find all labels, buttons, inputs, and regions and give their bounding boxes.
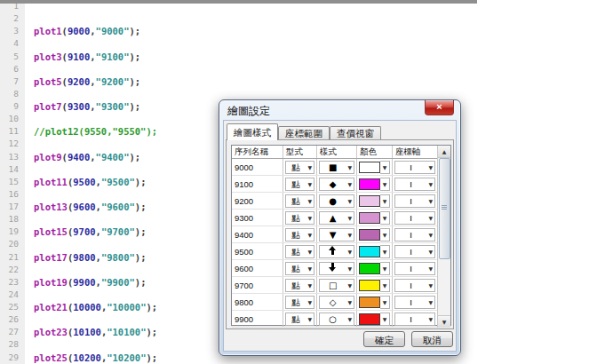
code-text (25, 213, 34, 226)
code-text (25, 163, 34, 176)
color-dropdown-button[interactable]: ▼ (380, 194, 390, 208)
type-select[interactable]: 點▼ (285, 161, 314, 174)
code-line[interactable]: 4 (0, 37, 477, 50)
scrollbar-thumb[interactable] (439, 158, 450, 259)
axis-select[interactable]: I▼ (394, 313, 435, 326)
type-select[interactable]: 點▼ (285, 228, 314, 241)
axis-select[interactable]: I▼ (394, 296, 435, 309)
color-swatch[interactable] (359, 297, 380, 308)
line-number: 14 (0, 163, 25, 176)
axis-select[interactable]: I▼ (394, 262, 435, 275)
dialog-button-row: 確定 取消 (363, 331, 453, 347)
chevron-down-icon: ▼ (383, 265, 387, 272)
table-row: 9800點▼◇▼▼I▼ (232, 294, 437, 311)
color-cell: ▼ (357, 176, 393, 192)
symbol-select[interactable]: ▼ (319, 245, 354, 258)
color-swatch[interactable] (359, 178, 380, 190)
color-dropdown-button[interactable]: ▼ (380, 211, 390, 225)
code-text (25, 12, 34, 25)
code-line[interactable]: 3plot1(9000,"9000"); (0, 25, 477, 37)
series-style-table: 序列名稱 型式 樣式 顏色 座標軸 9000點▼■▼▼I▼9100點▼◆▼▼I▼… (231, 145, 451, 326)
color-swatch[interactable] (359, 280, 380, 291)
tab-price-window[interactable]: 查價視窗 (330, 126, 381, 140)
type-select[interactable]: 點▼ (285, 194, 314, 208)
chevron-down-icon: ▼ (306, 299, 314, 305)
type-select[interactable]: 點▼ (285, 296, 314, 309)
code-text (25, 238, 34, 250)
color-swatch[interactable] (359, 313, 380, 325)
tab-coordinate-range[interactable]: 座標範圍 (278, 126, 330, 140)
code-line[interactable]: 5plot3(9100,"9100"); (0, 51, 477, 63)
color-swatch[interactable] (359, 212, 380, 224)
cancel-button[interactable]: 取消 (411, 331, 453, 347)
type-cell: 點▼ (283, 176, 317, 192)
tab-plot-style[interactable]: 繪圖樣式 (227, 123, 278, 140)
code-line[interactable]: 7plot5(9200,"9200"); (0, 75, 477, 88)
axis-select[interactable]: I▼ (394, 279, 435, 292)
hollow-circle-icon: ○ (320, 313, 346, 325)
ok-button[interactable]: 確定 (363, 331, 405, 347)
symbol-select[interactable]: ▼▼ (319, 228, 354, 241)
symbol-select[interactable]: ▲▼ (319, 211, 354, 225)
chevron-down-icon: ▼ (426, 299, 434, 305)
line-number: 18 (0, 213, 25, 226)
color-dropdown-button[interactable]: ▼ (380, 279, 390, 292)
table-scrollbar[interactable]: ▲ ▼ (437, 146, 450, 328)
series-name: 9500 (232, 247, 253, 257)
type-select[interactable]: 點▼ (285, 279, 314, 292)
color-swatch[interactable] (359, 246, 380, 257)
chevron-down-icon: ▼ (383, 316, 387, 322)
axis-select[interactable]: I▼ (394, 178, 435, 191)
code-line[interactable]: 8 (0, 88, 477, 100)
code-line[interactable]: 6 (0, 63, 477, 75)
symbol-select[interactable]: ◇▼ (319, 296, 354, 309)
symbol-select[interactable]: ■▼ (319, 161, 354, 174)
chevron-down-icon: ▼ (426, 181, 434, 187)
symbol-select[interactable]: ◆▼ (319, 178, 354, 191)
type-cell: 點▼ (283, 159, 317, 175)
color-dropdown-button[interactable]: ▼ (380, 228, 390, 241)
type-select[interactable]: 點▼ (285, 313, 314, 326)
dialog-titlebar[interactable]: 繪圖設定 × (219, 100, 460, 120)
color-swatch[interactable] (359, 162, 380, 173)
symbol-select[interactable]: ●▼ (319, 194, 354, 208)
line-number: 23 (0, 276, 25, 289)
symbol-select[interactable]: ○▼ (319, 313, 354, 326)
symbol-select[interactable]: □▼ (319, 279, 354, 292)
chevron-down-icon: ▼ (426, 265, 434, 272)
axis-select[interactable]: I▼ (394, 194, 435, 208)
color-dropdown-button[interactable]: ▼ (380, 296, 390, 309)
code-text: plot23(10100,"10100"); (25, 326, 157, 338)
type-select[interactable]: 點▼ (285, 211, 314, 225)
chevron-down-icon: ▼ (383, 181, 387, 187)
table-row: 9100點▼◆▼▼I▼ (232, 176, 437, 193)
color-swatch[interactable] (359, 229, 380, 241)
code-text: plot19(9900,"9900"); (25, 276, 146, 289)
filled-square-icon: ■ (320, 162, 346, 173)
color-swatch[interactable] (359, 195, 380, 207)
type-select[interactable]: 點▼ (285, 245, 314, 258)
close-button[interactable]: × (425, 100, 454, 115)
type-select[interactable]: 點▼ (285, 178, 314, 191)
symbol-select[interactable]: ▼ (319, 262, 354, 275)
color-dropdown-button[interactable]: ▼ (380, 313, 390, 326)
chevron-down-icon: ▼ (306, 265, 314, 272)
type-select[interactable]: 點▼ (285, 262, 314, 275)
axis-select[interactable]: I▼ (394, 211, 435, 225)
color-dropdown-button[interactable]: ▼ (380, 262, 390, 275)
code-line[interactable]: 2 (0, 12, 477, 25)
dialog-client-area: 繪圖樣式 座標範圍 查價視窗 序列名稱 型式 樣式 顏色 座標軸 9000點▼■… (223, 120, 457, 352)
color-swatch[interactable] (359, 263, 380, 274)
color-cell: ▼ (357, 193, 393, 209)
color-dropdown-button[interactable]: ▼ (380, 161, 390, 174)
type-cell: 點▼ (283, 260, 317, 276)
axis-select[interactable]: I▼ (394, 245, 435, 258)
axis-select[interactable]: I▼ (394, 228, 435, 241)
chevron-down-icon: ▼ (306, 198, 314, 204)
axis-select[interactable]: I▼ (394, 161, 435, 174)
scroll-down-button[interactable]: ▼ (438, 315, 450, 328)
scroll-up-button[interactable]: ▲ (438, 146, 450, 158)
color-dropdown-button[interactable]: ▼ (380, 245, 390, 258)
chevron-down-icon: ▼ (346, 299, 354, 305)
color-dropdown-button[interactable]: ▼ (380, 178, 390, 191)
